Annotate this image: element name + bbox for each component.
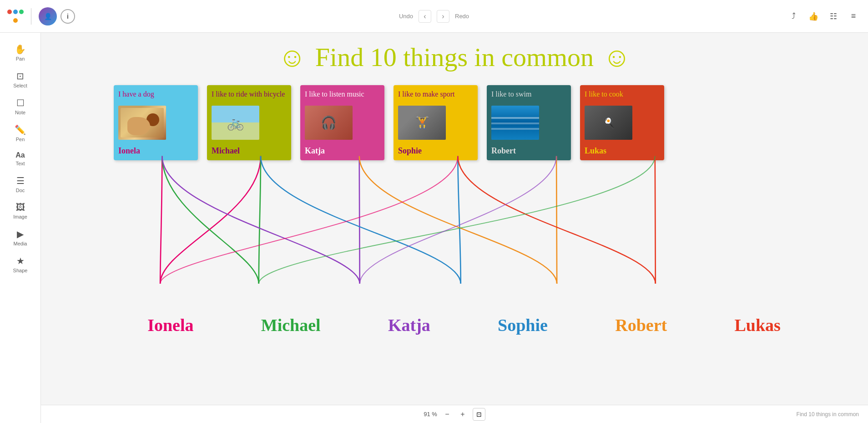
- like-icon[interactable]: 👍: [806, 9, 821, 24]
- settings-icon[interactable]: ≡: [846, 9, 861, 24]
- logo-icon[interactable]: [7, 8, 24, 25]
- sidebar-pan-label: Pan: [16, 56, 25, 61]
- back-arrow[interactable]: ‹: [419, 10, 431, 23]
- sidebar-image-label: Image: [13, 214, 27, 219]
- sidebar-select-label: Select: [13, 83, 27, 88]
- fit-screen-button[interactable]: ⊡: [473, 408, 485, 421]
- sidebar-text-label: Text: [15, 161, 25, 166]
- image-icon: 🖼: [16, 202, 25, 213]
- card-michael[interactable]: I like to ride with bicycle 🚲 Michael: [207, 85, 291, 160]
- select-icon: ⊡: [16, 71, 24, 82]
- sidebar-pen-label: Pen: [16, 137, 25, 142]
- divider: [31, 8, 31, 25]
- card-robert-name: Robert: [491, 146, 566, 156]
- zoom-in-button[interactable]: +: [457, 409, 468, 420]
- forward-arrow[interactable]: ›: [437, 10, 449, 23]
- sidebar-item-note[interactable]: ☐ Note: [4, 94, 37, 119]
- topbar: 👤 i Undo ‹ › Redo ⤴ 👍 ☷ ≡: [0, 0, 868, 33]
- name-michael: Michael: [261, 315, 321, 335]
- shape-icon: ★: [16, 255, 25, 266]
- note-icon: ☐: [16, 97, 25, 108]
- topbar-right: ⤴ 👍 ☷ ≡: [786, 9, 861, 24]
- card-michael-name: Michael: [212, 146, 287, 156]
- sidebar-item-pan[interactable]: ✋ Pan: [4, 40, 37, 65]
- card-sophie-text: I like to make sport: [398, 90, 473, 99]
- cook-image: 🍳: [585, 106, 632, 140]
- sidebar-item-pen[interactable]: ✏️ Pen: [4, 121, 37, 146]
- avatar[interactable]: 👤: [39, 7, 57, 25]
- redo-button[interactable]: Redo: [455, 13, 469, 20]
- card-sophie-name: Sophie: [398, 146, 473, 156]
- topbar-left: 👤 i: [7, 7, 75, 25]
- sidebar-item-doc[interactable]: ☰ Doc: [4, 172, 37, 197]
- doc-icon: ☰: [16, 175, 25, 186]
- sport-image: 🏋️: [398, 106, 446, 140]
- pan-icon: ✋: [15, 44, 26, 55]
- text-icon: Aa: [15, 151, 25, 159]
- zoom-out-button[interactable]: −: [442, 409, 453, 420]
- undo-button[interactable]: Undo: [399, 13, 413, 20]
- media-icon: ▶: [17, 229, 24, 240]
- sidebar-item-select[interactable]: ⊡ Select: [4, 67, 37, 92]
- canvas: ☺ Find 10 things in common ☺ I have a do…: [41, 33, 868, 405]
- bottombar: 91 % − + ⊡ Find 10 things in common: [41, 405, 868, 423]
- grid-icon[interactable]: ☷: [826, 9, 841, 24]
- name-lukas: Lukas: [734, 315, 780, 335]
- sidebar-item-image[interactable]: 🖼 Image: [4, 199, 37, 223]
- cards-row: I have a dog Ionela I like to ride with …: [114, 85, 664, 160]
- card-ionela-name: Ionela: [118, 146, 193, 156]
- card-robert[interactable]: I like to swim Robert: [487, 85, 571, 160]
- names-row: Ionela Michael Katja Sophie Robert Lukas: [114, 315, 814, 335]
- sidebar-item-shape[interactable]: ★ Shape: [4, 252, 37, 277]
- sidebar-media-label: Media: [14, 241, 27, 246]
- dog-image: [118, 106, 166, 140]
- card-lukas[interactable]: I like to cook 🍳 Lukas: [580, 85, 664, 160]
- name-ionela: Ionela: [147, 315, 193, 335]
- card-sophie[interactable]: I like to make sport 🏋️ Sophie: [394, 85, 478, 160]
- name-sophie: Sophie: [498, 315, 548, 335]
- swim-image: [491, 106, 539, 140]
- name-katja: Katja: [388, 315, 430, 335]
- bottom-page-title: Find 10 things in common: [797, 411, 859, 418]
- card-katja-name: Katja: [305, 146, 380, 156]
- smiley-left-icon: ☺: [278, 44, 306, 71]
- name-robert: Robert: [615, 315, 667, 335]
- bike-image: 🚲: [212, 106, 259, 140]
- zoom-level: 91 %: [424, 411, 437, 418]
- card-lukas-name: Lukas: [585, 146, 660, 156]
- card-robert-text: I like to swim: [491, 90, 566, 99]
- card-lukas-text: I like to cook: [585, 90, 660, 99]
- page-title-area: ☺ Find 10 things in common ☺: [41, 42, 868, 72]
- sidebar-item-media[interactable]: ▶ Media: [4, 225, 37, 250]
- topbar-center: Undo ‹ › Redo: [399, 10, 469, 23]
- sidebar-doc-label: Doc: [16, 188, 25, 193]
- smiley-right-icon: ☺: [603, 44, 631, 71]
- share-icon[interactable]: ⤴: [786, 9, 801, 24]
- pen-icon: ✏️: [15, 124, 26, 135]
- music-image: 🎧: [305, 106, 353, 140]
- card-katja-text: I like to listen music: [305, 90, 380, 99]
- sidebar: ✋ Pan ⊡ Select ☐ Note ✏️ Pen Aa Text ☰ D…: [0, 33, 41, 423]
- sidebar-note-label: Note: [15, 110, 25, 115]
- page-title: Find 10 things in common: [315, 42, 594, 72]
- sidebar-shape-label: Shape: [13, 268, 28, 273]
- card-ionela[interactable]: I have a dog Ionela: [114, 85, 198, 160]
- info-button[interactable]: i: [61, 9, 75, 24]
- card-katja[interactable]: I like to listen music 🎧 Katja: [300, 85, 384, 160]
- card-ionela-text: I have a dog: [118, 90, 193, 99]
- card-michael-text: I like to ride with bicycle: [212, 90, 287, 99]
- sidebar-item-text[interactable]: Aa Text: [4, 148, 37, 170]
